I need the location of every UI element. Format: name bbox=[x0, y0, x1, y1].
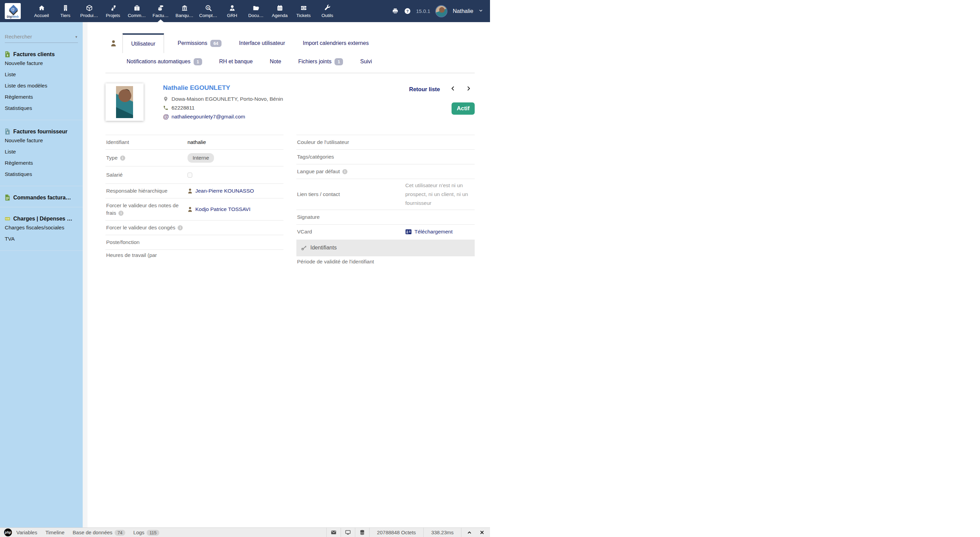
tab-fichiers-joints[interactable]: Fichiers joints1 bbox=[298, 58, 343, 65]
top-navbar: @ DigiWeb Accueil Tiers Produi… Projets … bbox=[0, 0, 490, 22]
vcard-download-link[interactable]: Téléchargement bbox=[414, 229, 453, 235]
info-icon[interactable] bbox=[118, 210, 124, 216]
tab-suivi[interactable]: Suivi bbox=[360, 59, 372, 65]
person-icon bbox=[188, 188, 192, 194]
invoice-dollar-teal-icon: $ bbox=[5, 128, 10, 135]
svg-text:$: $ bbox=[7, 131, 8, 134]
sidebar-item[interactable]: Charges fiscales/sociales bbox=[0, 222, 83, 233]
divider bbox=[0, 250, 83, 251]
chevron-down-icon[interactable] bbox=[479, 8, 483, 14]
field-heures-travail: Heures de travail (par bbox=[105, 249, 283, 265]
tab-bar-secondary: Notifications automatiques1 RH et banque… bbox=[127, 53, 475, 67]
field-responsable: Responsable hiérarchique Jean-Pierre KOU… bbox=[105, 183, 283, 198]
calendar-icon bbox=[276, 5, 283, 11]
salarie-checkbox[interactable] bbox=[188, 172, 192, 178]
field-signature: Signature bbox=[296, 210, 475, 224]
menu-facturation[interactable]: Factu… bbox=[149, 0, 172, 22]
field-periode-validite: Période de validité de l'identifiant bbox=[296, 256, 475, 269]
user-address: Dowa-Maison EGOUNLETY, Porto-Novo, Bénin bbox=[172, 96, 283, 102]
user-avatar[interactable] bbox=[435, 5, 447, 18]
sidebar-item[interactable]: Liste bbox=[0, 146, 83, 157]
user-link[interactable]: Jean-Pierre KOUNASSO bbox=[195, 188, 254, 194]
user-card-icon bbox=[110, 40, 117, 48]
menu-produits[interactable]: Produi… bbox=[77, 0, 101, 22]
menu-banques[interactable]: Banqu… bbox=[172, 0, 196, 22]
dropdown-caret-icon: ▾ bbox=[75, 35, 77, 39]
coins-icon bbox=[157, 5, 164, 11]
menu-outils[interactable]: Outils bbox=[315, 0, 339, 22]
file-green-icon bbox=[5, 194, 10, 201]
info-icon[interactable] bbox=[342, 169, 347, 174]
sidebar-item[interactable]: TVA bbox=[0, 233, 83, 244]
user-email-link[interactable]: nathalieegounlety7@gmail.com bbox=[172, 114, 245, 120]
menu-documents[interactable]: Docu… bbox=[244, 0, 268, 22]
menu-projets[interactable]: Projets bbox=[101, 0, 125, 22]
menu-commerce[interactable]: Comm… bbox=[125, 0, 149, 22]
sidebar-section-factures-fournisseur[interactable]: $ Factures fournisseur bbox=[0, 128, 83, 135]
user-link[interactable]: Kodjo Patrice TOSSAVI bbox=[195, 206, 250, 212]
field-salarie: Salarié bbox=[105, 166, 283, 183]
user-phone[interactable]: 62228811 bbox=[172, 105, 195, 111]
app-logo[interactable]: @ DigiWeb bbox=[5, 3, 21, 19]
field-type: Type Interne bbox=[105, 150, 283, 166]
user-photo[interactable] bbox=[105, 83, 143, 121]
menu-comptabilite[interactable]: $ Compt… bbox=[196, 0, 220, 22]
sidebar-scrollbar-gutter[interactable] bbox=[83, 22, 88, 269]
svg-text:$: $ bbox=[7, 54, 8, 57]
tab-utilisateur[interactable]: Utilisateur bbox=[123, 33, 164, 53]
tab-note[interactable]: Note bbox=[270, 59, 282, 65]
divider bbox=[0, 207, 83, 207]
tab-import-calendriers[interactable]: Import calendriers externes bbox=[294, 33, 378, 53]
user-menu[interactable]: Nathalie bbox=[453, 8, 473, 14]
field-identifiant: Identifiant nathalie bbox=[105, 135, 283, 150]
sidebar-section-commandes[interactable]: Commandes factura… bbox=[0, 194, 83, 201]
divider bbox=[105, 73, 475, 73]
count-badge: 1 bbox=[194, 58, 202, 65]
tab-rh-banque[interactable]: RH et banque bbox=[219, 59, 253, 65]
menu-accueil[interactable]: Accueil bbox=[30, 0, 53, 22]
sidebar-item[interactable]: Statistiques bbox=[0, 169, 83, 180]
main-menu: Accueil Tiers Produi… Projets Comm… Fact… bbox=[30, 0, 339, 22]
bank-icon bbox=[181, 5, 188, 11]
print-icon[interactable] bbox=[392, 8, 399, 14]
search-input[interactable]: Rechercher ▾ bbox=[5, 34, 78, 43]
sidebar-item[interactable]: Liste des modèles bbox=[0, 80, 83, 91]
menu-tiers[interactable]: Tiers bbox=[53, 0, 77, 22]
user-banner: Nathalie EGOUNLETY Dowa-Maison EGOUNLETY… bbox=[105, 83, 475, 123]
divider bbox=[0, 186, 83, 186]
menu-tickets[interactable]: Tickets bbox=[292, 0, 315, 22]
sidebar-item[interactable]: Nouvelle facture bbox=[0, 57, 83, 69]
field-lien-tiers: Lien tiers / contact Cet utilisateur n'e… bbox=[296, 178, 475, 210]
banner-actions: Retour liste Actif bbox=[401, 83, 475, 123]
help-icon[interactable]: ? bbox=[404, 8, 411, 14]
ticket-icon bbox=[300, 5, 307, 11]
sidebar-section-charges[interactable]: $ Charges | Dépenses … bbox=[0, 215, 83, 222]
menu-grh[interactable]: GRH bbox=[220, 0, 244, 22]
logo-text: DigiWeb bbox=[7, 15, 19, 18]
tab-interface-utilisateur[interactable]: Interface utilisateur bbox=[231, 33, 294, 53]
status-badge: Actif bbox=[452, 102, 475, 115]
sidebar-item[interactable]: Règlements bbox=[0, 91, 83, 102]
tab-notifications[interactable]: Notifications automatiques1 bbox=[127, 58, 202, 65]
menu-agenda[interactable]: Agenda bbox=[268, 0, 292, 22]
sidebar-item[interactable]: Liste bbox=[0, 69, 83, 80]
tab-permissions[interactable]: Permissions64 bbox=[169, 33, 231, 53]
user-tie-icon bbox=[229, 5, 236, 11]
info-icon[interactable] bbox=[120, 156, 125, 161]
chevron-left-icon[interactable] bbox=[450, 85, 456, 93]
main-content: Utilisateur Permissions64 Interface util… bbox=[105, 22, 475, 269]
chevron-right-icon[interactable] bbox=[466, 85, 471, 93]
sidebar-section-factures-clients[interactable]: $ Factures clients bbox=[0, 51, 83, 57]
field-vcard: VCard Téléchargement bbox=[296, 224, 475, 239]
map-pin-icon bbox=[163, 96, 169, 102]
wrench-icon bbox=[324, 5, 331, 11]
back-to-list-link[interactable]: Retour liste bbox=[409, 86, 440, 92]
sidebar-item[interactable]: Nouvelle facture bbox=[0, 135, 83, 146]
sidebar-item[interactable]: Règlements bbox=[0, 157, 83, 169]
cube-icon bbox=[86, 5, 93, 11]
info-icon[interactable] bbox=[178, 225, 183, 230]
home-icon bbox=[38, 5, 45, 11]
sidebar-item[interactable]: Statistiques bbox=[0, 102, 83, 114]
field-value: Cet utilisateur n'est ni un prospect, ni… bbox=[405, 181, 474, 207]
person-icon bbox=[188, 207, 192, 212]
